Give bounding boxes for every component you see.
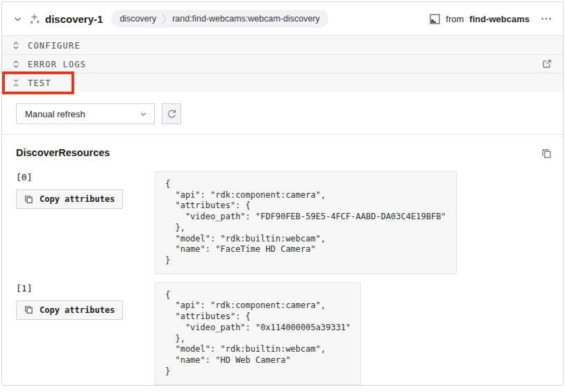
badge-type-label: discovery	[119, 14, 156, 24]
chevron-down-icon	[140, 110, 147, 118]
more-menu-button[interactable]	[539, 12, 553, 25]
open-logs-button[interactable]	[541, 58, 553, 70]
component-header: discovery-1 discovery rand:find-webcams:…	[2, 2, 563, 35]
result-index-label: [1]	[16, 283, 155, 293]
component-card: discovery-1 discovery rand:find-webcams:…	[1, 1, 564, 386]
refresh-icon	[167, 109, 177, 119]
result-item: [1] Copy attributes { "api": "rdk:compon…	[16, 282, 553, 385]
from-module-link[interactable]: find-webcams	[469, 14, 530, 24]
collapse-component-button[interactable]	[12, 13, 24, 25]
result-item: [0] Copy attributes { "api": "rdk:compon…	[16, 171, 553, 274]
copy-icon	[541, 148, 552, 159]
copy-attributes-button[interactable]: Copy attributes	[16, 189, 123, 209]
unfold-icon	[12, 41, 20, 50]
section-bar-configure[interactable]: CONFIGURE	[2, 35, 563, 54]
collapse-icon	[12, 78, 20, 87]
badge-model-label: rand:find-webcams:webcam-discovery	[172, 14, 320, 24]
refresh-mode-value: Manual refresh	[25, 109, 85, 119]
external-link-icon	[542, 59, 552, 69]
chevron-right-icon	[162, 12, 167, 25]
result-index-label: [0]	[16, 172, 155, 182]
results-panel: DiscoverResources [0]	[2, 135, 563, 385]
section-bar-test[interactable]: TEST	[2, 73, 563, 92]
component-type-badge: discovery rand:find-webcams:webcam-disco…	[111, 10, 328, 28]
from-module: from find-webcams	[430, 14, 530, 24]
json-code-block: { "api": "rdk:component:camera", "attrib…	[155, 171, 457, 274]
module-icon	[430, 14, 440, 24]
refresh-mode-select[interactable]: Manual refresh	[16, 103, 155, 124]
copy-icon	[24, 195, 33, 204]
refresh-controls: Manual refresh	[2, 92, 563, 134]
discovery-sparkle-icon	[29, 13, 41, 25]
copy-attributes-button[interactable]: Copy attributes	[16, 300, 123, 320]
section-label: CONFIGURE	[28, 40, 81, 51]
chevron-down-icon	[13, 15, 22, 24]
copy-attributes-label: Copy attributes	[40, 194, 115, 204]
section-bar-error-logs[interactable]: ERROR LOGS	[2, 54, 563, 73]
copy-icon	[24, 305, 33, 314]
unfold-icon	[12, 60, 20, 69]
section-label: ERROR LOGS	[28, 59, 86, 69]
component-title: discovery-1	[45, 13, 103, 25]
ellipsis-icon	[541, 14, 552, 24]
method-title: DiscoverResources	[16, 147, 110, 158]
section-label: TEST	[28, 78, 51, 88]
copy-attributes-label: Copy attributes	[40, 305, 115, 315]
test-panel: Manual refresh DiscoverResources	[2, 92, 563, 385]
json-code-block: { "api": "rdk:component:camera", "attrib…	[155, 282, 361, 385]
copy-response-button[interactable]	[540, 147, 553, 160]
from-prefix-label: from	[446, 14, 464, 24]
refresh-button[interactable]	[162, 103, 181, 124]
